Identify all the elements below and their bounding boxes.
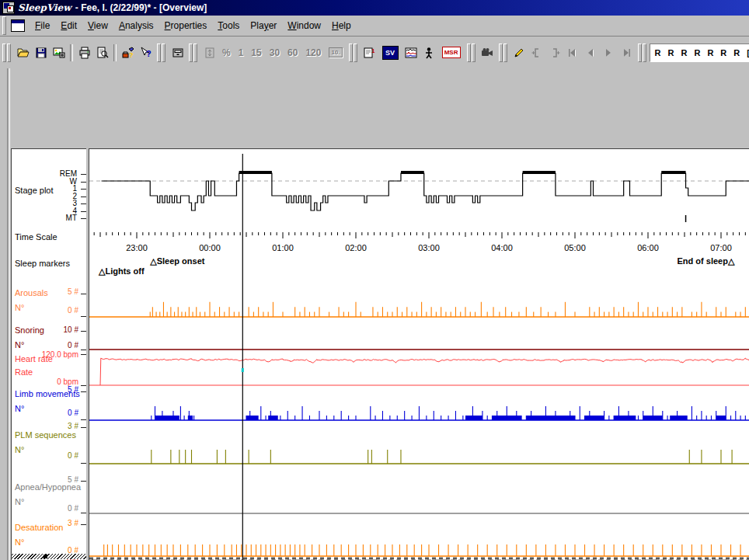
limb-movements-track bbox=[89, 406, 749, 420]
menu-item-window[interactable]: Window bbox=[282, 17, 326, 34]
scale-max-limb-movements: 5 # bbox=[16, 385, 78, 394]
percent-scale-button[interactable]: % bbox=[218, 44, 235, 61]
toolbar-grip[interactable] bbox=[2, 43, 12, 62]
app-logo: SleepView bbox=[18, 2, 71, 13]
menu-bar: FileEditViewAnalysisPropertiesToolsPlaye… bbox=[0, 16, 749, 37]
svg-text:02:00: 02:00 bbox=[345, 243, 367, 252]
open-folder-icon[interactable] bbox=[14, 44, 32, 61]
export-image-icon[interactable] bbox=[50, 44, 68, 61]
menu-item-tools[interactable]: Tools bbox=[212, 17, 245, 34]
svg-text:01:00: 01:00 bbox=[272, 243, 294, 252]
sao2-selection-top-handle[interactable] bbox=[12, 554, 86, 559]
channel-label-plm-sequences[interactable]: PLM sequences bbox=[15, 430, 76, 440]
toolbar-grip[interactable] bbox=[499, 43, 508, 62]
svg-text:△Lights off: △Lights off bbox=[98, 266, 145, 276]
stage-letter: R bbox=[668, 48, 674, 57]
channel-sidebar: Stage plotREMW1234MTTime ScaleSleep mark… bbox=[11, 148, 86, 560]
desaturation-track bbox=[89, 544, 749, 556]
epochs-60-button[interactable]: 60 bbox=[284, 44, 301, 61]
stage-sequence-panel: RRRRRRR[R]R bbox=[650, 43, 749, 62]
menu-item-analysis[interactable]: Analysis bbox=[113, 17, 159, 34]
epochs-120-button[interactable]: 120 bbox=[301, 44, 325, 61]
report-page-icon[interactable]: 1 bbox=[361, 44, 378, 61]
frame-groove bbox=[7, 68, 10, 560]
total-view-button[interactable]: 10. bbox=[325, 44, 346, 61]
channel-label-heart-rate-2[interactable]: Rate bbox=[15, 367, 33, 377]
scale-tick bbox=[81, 294, 86, 294]
insert-right-icon[interactable] bbox=[546, 44, 564, 61]
svg-text:?: ? bbox=[146, 49, 152, 58]
menu-item-help[interactable]: Help bbox=[326, 17, 357, 34]
stage-axis-tick bbox=[81, 182, 86, 183]
channel-label-sleep-markers[interactable]: Sleep markers bbox=[15, 259, 70, 268]
toolbar-separator bbox=[113, 44, 117, 61]
stage-axis-tick bbox=[81, 218, 86, 219]
channel-label-time-scale[interactable]: Time Scale bbox=[15, 232, 57, 242]
arrow-first-icon[interactable] bbox=[564, 44, 582, 61]
msr-view-button[interactable]: MSR bbox=[438, 44, 465, 61]
stage-axis-tick bbox=[81, 203, 86, 204]
svg-text:00:00: 00:00 bbox=[199, 243, 221, 252]
menu-item-view[interactable]: View bbox=[82, 17, 113, 34]
scale-max-apnea-hypopnea: 5 # bbox=[16, 475, 78, 484]
print-icon[interactable] bbox=[75, 44, 93, 61]
selection-drag-handle[interactable] bbox=[44, 555, 47, 558]
scale-tick bbox=[81, 524, 86, 525]
toolbar: ??%115306012010.1SVMSRRRRRRRR[R]R bbox=[0, 37, 749, 69]
stage-axis-tick bbox=[81, 189, 86, 190]
menubar-grip[interactable] bbox=[2, 16, 7, 35]
video-camera-icon[interactable] bbox=[479, 44, 496, 61]
sleepview-view-button[interactable]: SV bbox=[378, 44, 402, 61]
insert-left-icon[interactable] bbox=[528, 44, 546, 61]
patient-icon[interactable] bbox=[420, 44, 438, 61]
overview-chart-panel[interactable]: 23:0000:0001:0002:0003:0004:0005:0006:00… bbox=[89, 148, 749, 560]
toolbar-grip[interactable] bbox=[467, 43, 476, 62]
app-icon bbox=[2, 2, 15, 14]
toolbar-grip[interactable] bbox=[189, 43, 198, 62]
arrow-last-icon[interactable] bbox=[618, 44, 636, 61]
arousals-track bbox=[89, 302, 749, 317]
sleepview-window: SleepView - Fee, I. (2/22/99)* - [Overvi… bbox=[0, 0, 749, 560]
menu-item-edit[interactable]: Edit bbox=[55, 17, 82, 34]
window-title: SleepView - Fee, I. (2/22/99)* - [Overvi… bbox=[18, 2, 207, 13]
title-bar: SleepView - Fee, I. (2/22/99)* - [Overvi… bbox=[0, 0, 749, 16]
archive-drawer-icon[interactable] bbox=[169, 44, 186, 61]
toolbar-grip[interactable] bbox=[349, 43, 358, 62]
stage-axis-label-mt: MT bbox=[46, 214, 77, 222]
hypnogram bbox=[89, 172, 749, 222]
scale-max-heart-rate: 120.0 bpm bbox=[16, 350, 78, 359]
overview-chart-icon[interactable] bbox=[402, 44, 420, 61]
scale-tick bbox=[81, 350, 86, 350]
pencil-icon[interactable] bbox=[510, 44, 528, 61]
save-icon[interactable] bbox=[32, 44, 50, 61]
toolbar-grip[interactable] bbox=[638, 43, 647, 62]
scale-max-plm-sequences: 3 # bbox=[16, 422, 78, 430]
arrow-prev-icon[interactable] bbox=[582, 44, 600, 61]
fit-vertical-icon[interactable] bbox=[200, 44, 218, 61]
print-preview-icon[interactable] bbox=[93, 44, 111, 61]
scale-tick bbox=[81, 513, 86, 513]
scale-min-plm-sequences: 0 # bbox=[16, 451, 78, 460]
scale-tick bbox=[81, 354, 86, 355]
customize-icon[interactable]: ? bbox=[119, 44, 137, 61]
menu-item-properties[interactable]: Properties bbox=[159, 17, 213, 34]
scale-max-snoring: 10 # bbox=[16, 325, 78, 334]
scale-min-arousals: 0 # bbox=[16, 306, 78, 315]
context-help-icon[interactable]: ? bbox=[137, 44, 155, 61]
svg-text:06:00: 06:00 bbox=[637, 243, 659, 252]
epochs-1-button[interactable]: 1 bbox=[235, 44, 248, 61]
scale-min-snoring: 0 # bbox=[16, 341, 78, 350]
toolbar-separator bbox=[70, 44, 73, 61]
epochs-15-button[interactable]: 15 bbox=[247, 44, 265, 61]
toolbar-grip[interactable] bbox=[157, 43, 166, 62]
stage-letter: R bbox=[681, 48, 688, 57]
title-document: - Fee, I. (2/22/99)* - [Overview] bbox=[73, 2, 207, 13]
epochs-30-button[interactable]: 30 bbox=[266, 44, 284, 61]
overview-window-icon[interactable] bbox=[11, 19, 25, 32]
menu-item-player[interactable]: Player bbox=[245, 17, 282, 34]
menu-item-file[interactable]: File bbox=[30, 17, 55, 34]
arrow-next-icon[interactable] bbox=[600, 44, 618, 61]
stage-axis-tick bbox=[81, 197, 86, 197]
heart-rate-track bbox=[89, 358, 749, 385]
time-axis: 23:0000:0001:0002:0003:0004:0005:0006:00… bbox=[94, 232, 745, 252]
